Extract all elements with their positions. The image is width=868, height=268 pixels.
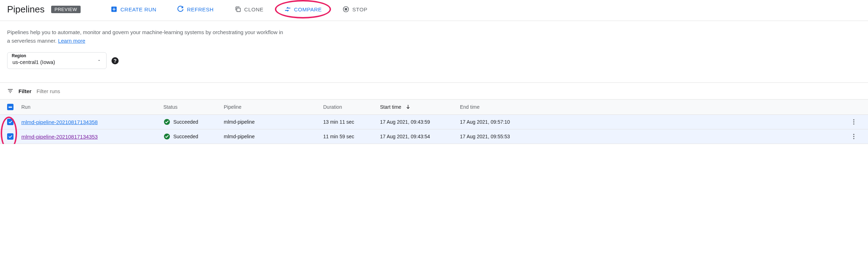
- success-icon: [163, 133, 170, 140]
- start-cell: 17 Aug 2021, 09:43:59: [380, 119, 460, 125]
- duration-cell: 11 min 59 sec: [323, 134, 380, 139]
- more-icon[interactable]: [850, 133, 857, 140]
- header-end-time[interactable]: End time: [460, 104, 540, 110]
- table-header: Run Status Pipeline Duration Start time …: [0, 99, 868, 115]
- intro-text: Pipelines help you to automate, monitor …: [7, 28, 284, 45]
- end-cell: 17 Aug 2021, 09:57:10: [460, 119, 540, 125]
- status-text: Succeeded: [173, 119, 198, 125]
- compare-button[interactable]: Compare: [278, 3, 327, 16]
- refresh-button[interactable]: Refresh: [171, 3, 219, 16]
- intro-text-content: Pipelines help you to automate, monitor …: [7, 29, 283, 44]
- run-link[interactable]: mlmd-pipeline-20210817134353: [21, 134, 98, 140]
- header-duration[interactable]: Duration: [323, 104, 380, 110]
- create-run-button[interactable]: Create run: [105, 3, 162, 16]
- row-checkbox[interactable]: [7, 119, 13, 125]
- filter-label: Filter: [18, 88, 32, 94]
- region-selector-group: Region us-central1 (Iowa) ?: [7, 52, 119, 69]
- region-value: us-central1 (Iowa): [12, 59, 55, 65]
- success-icon: [163, 118, 170, 125]
- svg-point-6: [853, 121, 854, 122]
- pipeline-cell: mlmd-pipeline: [224, 134, 323, 139]
- header-run[interactable]: Run: [21, 104, 163, 110]
- region-dropdown[interactable]: Region us-central1 (Iowa): [7, 52, 107, 69]
- region-label: Region: [12, 53, 26, 58]
- pipeline-cell: mlmd-pipeline: [224, 119, 323, 125]
- compare-highlight: Compare: [278, 3, 327, 16]
- table-row: mlmd-pipeline-20210817134353 Succeeded m…: [0, 129, 868, 144]
- stop-button[interactable]: Stop: [337, 3, 373, 16]
- page-title: Pipelines: [7, 4, 45, 15]
- clone-button[interactable]: Clone: [229, 3, 269, 16]
- compare-label: Compare: [294, 6, 322, 12]
- learn-more-link[interactable]: Learn more: [58, 38, 85, 44]
- duration-cell: 13 min 11 sec: [323, 119, 380, 125]
- run-link[interactable]: mlmd-pipeline-20210817134358: [21, 119, 98, 125]
- stop-icon: [342, 6, 349, 13]
- header-start-time[interactable]: Start time: [380, 104, 460, 110]
- header-start-label: Start time: [380, 104, 401, 110]
- svg-point-9: [853, 134, 854, 135]
- select-all-checkbox[interactable]: [7, 104, 13, 110]
- sort-down-icon: [405, 104, 411, 110]
- refresh-icon: [177, 6, 184, 13]
- compare-icon: [284, 6, 291, 13]
- region-help-icon[interactable]: ?: [112, 57, 119, 64]
- filter-bar: Filter: [0, 83, 868, 99]
- top-bar: Pipelines PREVIEW Create run Refresh Clo…: [0, 0, 868, 21]
- svg-rect-1: [237, 8, 240, 12]
- start-cell: 17 Aug 2021, 09:43:54: [380, 134, 460, 139]
- more-icon[interactable]: [850, 118, 857, 125]
- filter-icon: [7, 88, 13, 94]
- svg-point-5: [853, 119, 854, 120]
- clone-label: Clone: [244, 6, 264, 12]
- intro-block: Pipelines help you to automate, monitor …: [0, 21, 868, 73]
- filter-input[interactable]: [37, 88, 861, 94]
- header-pipeline[interactable]: Pipeline: [224, 104, 323, 110]
- plus-icon: [110, 6, 118, 13]
- refresh-label: Refresh: [187, 6, 213, 12]
- stop-label: Stop: [352, 6, 368, 12]
- header-status[interactable]: Status: [163, 104, 224, 110]
- svg-point-7: [853, 123, 854, 124]
- clone-icon: [234, 6, 242, 13]
- create-run-label: Create run: [120, 6, 156, 12]
- status-text: Succeeded: [173, 134, 198, 139]
- svg-point-10: [853, 136, 854, 137]
- runs-table: Run Status Pipeline Duration Start time …: [0, 99, 868, 144]
- preview-badge: PREVIEW: [51, 6, 81, 13]
- svg-rect-3: [345, 9, 347, 10]
- table-row: mlmd-pipeline-20210817134358 Succeeded m…: [0, 115, 868, 129]
- chevron-down-icon: [97, 58, 101, 64]
- row-checkbox[interactable]: [7, 133, 13, 140]
- svg-point-11: [853, 138, 854, 139]
- end-cell: 17 Aug 2021, 09:55:53: [460, 134, 540, 139]
